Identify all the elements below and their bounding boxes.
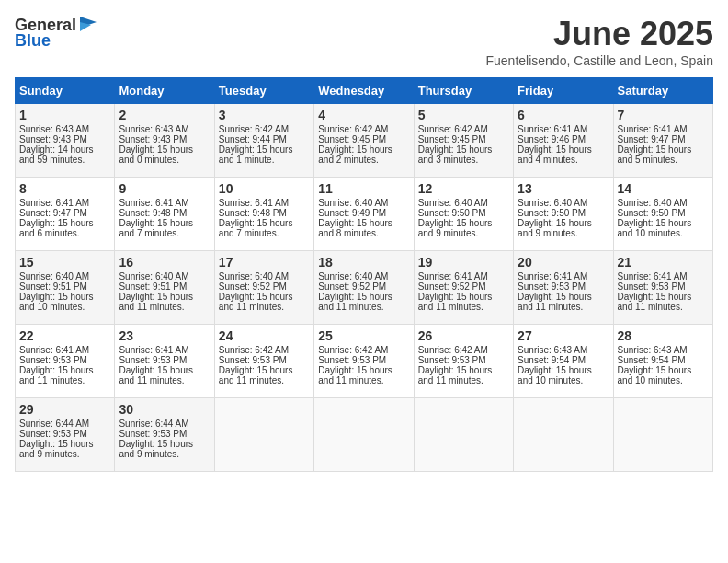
sunset-text: Sunset: 9:54 PM (518, 355, 609, 365)
daylight-text: Daylight: 15 hours and 10 minutes. (19, 292, 110, 312)
calendar-cell: 9Sunrise: 6:41 AMSunset: 9:48 PMDaylight… (115, 178, 214, 251)
sunset-text: Sunset: 9:53 PM (518, 282, 609, 292)
header: General Blue June 2025 Fuentelisendo, Ca… (15, 15, 713, 68)
sunset-text: Sunset: 9:53 PM (219, 355, 310, 365)
sunset-text: Sunset: 9:53 PM (618, 282, 709, 292)
calendar-cell: 15Sunrise: 6:40 AMSunset: 9:51 PMDayligh… (16, 251, 115, 325)
sunrise-text: Sunrise: 6:44 AM (119, 419, 210, 429)
sunset-text: Sunset: 9:48 PM (119, 208, 210, 218)
header-day-monday: Monday (115, 78, 214, 104)
calendar-cell: 24Sunrise: 6:42 AMSunset: 9:53 PMDayligh… (214, 325, 313, 398)
sunset-text: Sunset: 9:43 PM (119, 134, 210, 144)
calendar-cell: 26Sunrise: 6:42 AMSunset: 9:53 PMDayligh… (414, 325, 513, 398)
sunrise-text: Sunrise: 6:41 AM (219, 198, 310, 208)
daylight-text: Daylight: 15 hours and 11 minutes. (219, 292, 310, 312)
sunrise-text: Sunrise: 6:41 AM (518, 271, 609, 282)
day-number: 16 (119, 255, 210, 270)
calendar-cell: 2Sunrise: 6:43 AMSunset: 9:43 PMDaylight… (115, 104, 214, 178)
calendar-cell: 7Sunrise: 6:41 AMSunset: 9:47 PMDaylight… (613, 104, 712, 178)
calendar-cell: 27Sunrise: 6:43 AMSunset: 9:54 PMDayligh… (514, 325, 613, 398)
day-number: 20 (518, 255, 609, 270)
calendar-cell (514, 398, 613, 472)
daylight-text: Daylight: 15 hours and 11 minutes. (219, 365, 310, 385)
header-day-friday: Friday (514, 78, 613, 104)
calendar-cell: 23Sunrise: 6:41 AMSunset: 9:53 PMDayligh… (115, 325, 214, 398)
daylight-text: Daylight: 15 hours and 8 minutes. (318, 218, 409, 238)
calendar-cell: 11Sunrise: 6:40 AMSunset: 9:49 PMDayligh… (314, 178, 414, 251)
calendar-cell: 20Sunrise: 6:41 AMSunset: 9:53 PMDayligh… (514, 251, 613, 325)
day-number: 14 (618, 181, 709, 196)
sunset-text: Sunset: 9:53 PM (318, 355, 409, 365)
sunrise-text: Sunrise: 6:41 AM (119, 198, 210, 208)
day-number: 9 (119, 181, 210, 196)
daylight-text: Daylight: 15 hours and 6 minutes. (19, 218, 110, 238)
logo: General Blue (15, 15, 98, 51)
calendar-week-5: 29Sunrise: 6:44 AMSunset: 9:53 PMDayligh… (16, 398, 713, 472)
sunset-text: Sunset: 9:48 PM (219, 208, 310, 218)
sunset-text: Sunset: 9:53 PM (19, 429, 110, 439)
sunset-text: Sunset: 9:47 PM (19, 208, 110, 218)
day-number: 22 (19, 328, 110, 343)
sunset-text: Sunset: 9:53 PM (418, 355, 509, 365)
sunset-text: Sunset: 9:51 PM (19, 282, 110, 292)
daylight-text: Daylight: 15 hours and 10 minutes. (618, 365, 709, 385)
calendar-cell: 25Sunrise: 6:42 AMSunset: 9:53 PMDayligh… (314, 325, 414, 398)
sunrise-text: Sunrise: 6:41 AM (518, 124, 609, 134)
calendar-cell: 22Sunrise: 6:41 AMSunset: 9:53 PMDayligh… (16, 325, 115, 398)
sunrise-text: Sunrise: 6:40 AM (618, 198, 709, 208)
calendar-subtitle: Fuentelisendo, Castille and Leon, Spain (485, 53, 713, 68)
daylight-text: Daylight: 15 hours and 3 minutes. (418, 144, 509, 165)
calendar-cell: 12Sunrise: 6:40 AMSunset: 9:50 PMDayligh… (414, 178, 513, 251)
daylight-text: Daylight: 15 hours and 11 minutes. (518, 292, 609, 312)
sunrise-text: Sunrise: 6:40 AM (418, 198, 509, 208)
sunrise-text: Sunrise: 6:40 AM (318, 271, 409, 282)
header-day-thursday: Thursday (414, 78, 513, 104)
day-number: 28 (618, 328, 709, 343)
sunrise-text: Sunrise: 6:40 AM (518, 198, 609, 208)
sunrise-text: Sunrise: 6:41 AM (119, 345, 210, 355)
calendar-week-4: 22Sunrise: 6:41 AMSunset: 9:53 PMDayligh… (16, 325, 713, 398)
sunrise-text: Sunrise: 6:42 AM (418, 124, 509, 134)
sunrise-text: Sunrise: 6:42 AM (219, 124, 310, 134)
daylight-text: Daylight: 15 hours and 4 minutes. (518, 144, 609, 165)
logo-blue: Blue (15, 31, 51, 51)
calendar-cell: 3Sunrise: 6:42 AMSunset: 9:44 PMDaylight… (214, 104, 313, 178)
daylight-text: Daylight: 15 hours and 1 minute. (219, 144, 310, 165)
sunset-text: Sunset: 9:43 PM (19, 134, 110, 144)
header-day-tuesday: Tuesday (214, 78, 313, 104)
day-number: 11 (318, 181, 409, 196)
day-number: 8 (19, 181, 110, 196)
sunrise-text: Sunrise: 6:42 AM (418, 345, 509, 355)
header-day-saturday: Saturday (613, 78, 712, 104)
day-number: 25 (318, 328, 409, 343)
day-number: 6 (518, 108, 609, 122)
sunset-text: Sunset: 9:45 PM (418, 134, 509, 144)
day-number: 10 (219, 181, 310, 196)
calendar-cell: 19Sunrise: 6:41 AMSunset: 9:52 PMDayligh… (414, 251, 513, 325)
header-day-sunday: Sunday (16, 78, 115, 104)
sunset-text: Sunset: 9:46 PM (518, 134, 609, 144)
sunrise-text: Sunrise: 6:42 AM (318, 345, 409, 355)
day-number: 24 (219, 328, 310, 343)
sunrise-text: Sunrise: 6:41 AM (618, 124, 709, 134)
calendar-cell (314, 398, 414, 472)
daylight-text: Daylight: 15 hours and 9 minutes. (19, 439, 110, 459)
day-number: 7 (618, 108, 709, 122)
daylight-text: Daylight: 15 hours and 10 minutes. (518, 365, 609, 385)
day-number: 13 (518, 181, 609, 196)
calendar-table: SundayMondayTuesdayWednesdayThursdayFrid… (15, 77, 713, 472)
sunset-text: Sunset: 9:49 PM (318, 208, 409, 218)
sunrise-text: Sunrise: 6:40 AM (19, 271, 110, 282)
day-number: 1 (19, 108, 110, 122)
sunrise-text: Sunrise: 6:43 AM (119, 124, 210, 134)
calendar-cell: 17Sunrise: 6:40 AMSunset: 9:52 PMDayligh… (214, 251, 313, 325)
daylight-text: Daylight: 15 hours and 11 minutes. (318, 365, 409, 385)
calendar-header-row: SundayMondayTuesdayWednesdayThursdayFrid… (16, 78, 713, 104)
day-number: 17 (219, 255, 310, 270)
calendar-cell: 28Sunrise: 6:43 AMSunset: 9:54 PMDayligh… (613, 325, 712, 398)
day-number: 30 (119, 402, 210, 417)
daylight-text: Daylight: 15 hours and 11 minutes. (119, 365, 210, 385)
calendar-cell: 13Sunrise: 6:40 AMSunset: 9:50 PMDayligh… (514, 178, 613, 251)
daylight-text: Daylight: 15 hours and 11 minutes. (418, 292, 509, 312)
daylight-text: Daylight: 15 hours and 7 minutes. (219, 218, 310, 238)
